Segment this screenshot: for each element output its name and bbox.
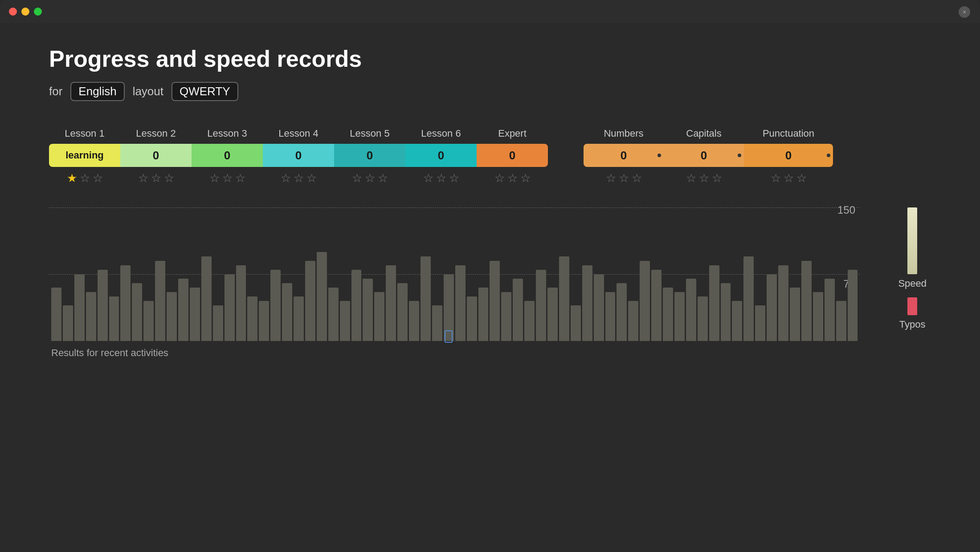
bar-37: [478, 288, 489, 341]
bar-41: [524, 301, 535, 341]
bar-52: [651, 270, 662, 341]
capitals-dot: [738, 154, 741, 157]
speed-legend-bar: [907, 207, 917, 274]
main-lessons: Lesson 1 learning ★ ☆ ☆ Lesson 2 0 ☆ ☆: [49, 128, 548, 185]
lesson5-bar[interactable]: 0: [334, 144, 405, 167]
bar-33: [432, 305, 442, 341]
lesson3-label: Lesson 3: [207, 128, 247, 139]
lesson-col-2: Lesson 2 0 ☆ ☆ ☆: [120, 128, 192, 185]
bar-21: [294, 296, 304, 341]
bar-17: [247, 296, 257, 341]
star-2: ☆: [784, 171, 794, 185]
bar-65: [801, 261, 812, 341]
bar-50: [628, 301, 638, 341]
lesson-col-1: Lesson 1 learning ★ ☆ ☆: [49, 128, 120, 185]
for-label: for: [49, 85, 62, 98]
bar-23: [317, 252, 327, 341]
bar-29: [386, 265, 396, 341]
layout-badge[interactable]: QWERTY: [172, 82, 238, 101]
bar-28: [374, 292, 384, 341]
star-1: ☆: [494, 171, 505, 185]
bar-46: [582, 265, 592, 341]
capitals-label: Capitals: [686, 128, 721, 139]
star-1: ☆: [771, 171, 781, 185]
bar-45: [571, 305, 581, 341]
bar-44: [559, 256, 569, 341]
bar-14: [213, 305, 223, 341]
lesson5-label: Lesson 5: [350, 128, 389, 139]
lesson-col-6: Lesson 6 0 ☆ ☆ ☆: [405, 128, 477, 185]
capitals-stars: ☆ ☆ ☆: [686, 171, 722, 185]
star-3: ☆: [712, 171, 722, 185]
bar-18: [259, 301, 269, 341]
bar-7: [132, 283, 142, 341]
lesson-col-4: Lesson 4 0 ☆ ☆ ☆: [263, 128, 334, 185]
lesson1-bar[interactable]: learning: [49, 144, 120, 167]
punctuation-bar[interactable]: 0: [744, 144, 833, 167]
title-bar: [0, 0, 980, 23]
bar-8: [143, 301, 154, 341]
lesson5-stars: ☆ ☆ ☆: [352, 171, 388, 185]
lesson-col-punctuation: Punctuation 0 ☆ ☆ ☆: [744, 128, 833, 185]
lesson4-bar[interactable]: 0: [263, 144, 334, 167]
bar-22: [305, 261, 315, 341]
chart-caption: Results for recent activities: [51, 347, 168, 359]
bar-66: [813, 292, 823, 341]
bar-24: [328, 288, 339, 341]
capitals-bar[interactable]: 0: [664, 144, 744, 167]
maximize-traffic-light[interactable]: [34, 8, 42, 16]
punctuation-label: Punctuation: [763, 128, 814, 139]
typos-legend-label: Typos: [899, 319, 926, 330]
bar-16: [236, 265, 246, 341]
bar-54: [674, 292, 685, 341]
bar-49: [617, 283, 627, 341]
expert-label: Expert: [498, 128, 527, 139]
bar-27: [363, 279, 373, 341]
punctuation-stars: ☆ ☆ ☆: [771, 171, 807, 185]
lessons-section: Lesson 1 learning ★ ☆ ☆ Lesson 2 0 ☆ ☆: [49, 128, 931, 185]
lesson1-label: Lesson 1: [65, 128, 104, 139]
star-3: ☆: [93, 171, 103, 185]
bar-63: [778, 265, 788, 341]
language-badge[interactable]: English: [70, 82, 124, 101]
star-1: ☆: [686, 171, 696, 185]
star-2: ☆: [151, 171, 161, 185]
numbers-bar[interactable]: 0: [584, 144, 664, 167]
bar-1: [63, 305, 73, 341]
lesson6-stars: ☆ ☆ ☆: [423, 171, 459, 185]
layout-label: layout: [133, 85, 163, 98]
lesson6-bar[interactable]: 0: [405, 144, 477, 167]
star-2: ☆: [436, 171, 446, 185]
expert-stars: ☆ ☆ ☆: [494, 171, 531, 185]
minimize-traffic-light[interactable]: [21, 8, 29, 16]
punctuation-dot: [827, 154, 830, 157]
lesson2-bar[interactable]: 0: [120, 144, 192, 167]
star-2: ☆: [222, 171, 233, 185]
bar-57: [709, 265, 719, 341]
bar-2: [74, 274, 85, 341]
close-traffic-light[interactable]: [9, 8, 17, 16]
numbers-label: Numbers: [604, 128, 643, 139]
expert-bar[interactable]: 0: [477, 144, 548, 167]
bar-38: [490, 261, 500, 341]
traffic-lights: [9, 8, 42, 16]
bar-40: [513, 279, 523, 341]
lesson4-label: Lesson 4: [278, 128, 318, 139]
bar-62: [767, 274, 777, 341]
star-2: ☆: [619, 171, 629, 185]
numbers-dot: [657, 154, 661, 157]
star-3: ☆: [378, 171, 388, 185]
chart-section: 150 75 Speed Typos Results for recent ac…: [49, 207, 931, 359]
lesson-col-3: Lesson 3 0 ☆ ☆ ☆: [192, 128, 263, 185]
bar-53: [663, 288, 673, 341]
lesson-col-5: Lesson 5 0 ☆ ☆ ☆: [334, 128, 405, 185]
close-button[interactable]: ×: [959, 6, 970, 18]
bar-9: [155, 261, 165, 341]
star-1: ★: [67, 171, 77, 185]
bar-51: [640, 261, 650, 341]
bar-55: [686, 279, 696, 341]
bar-42: [536, 270, 546, 341]
star-2: ☆: [365, 171, 375, 185]
lesson3-bar[interactable]: 0: [192, 144, 263, 167]
bar-0: [51, 288, 61, 341]
